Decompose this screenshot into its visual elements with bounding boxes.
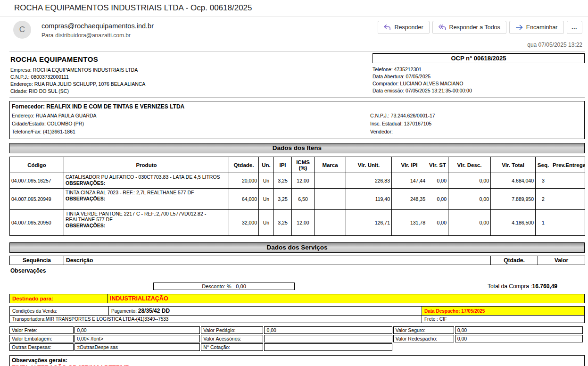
reply-label: Responder	[394, 24, 423, 31]
item-product-name: TINTA CINZA RAL 7023 - REF.: 2,7L REALTH…	[66, 190, 227, 195]
supplier-endereco: Endereço: RUA ANA PAULA GUARDA	[12, 112, 370, 120]
conditions-row-1: Condições da Venda: Pagamento: 28/35/42 …	[10, 307, 585, 316]
item-icms: 12,00	[292, 173, 315, 189]
item-codigo: 04.007.065.20950	[10, 210, 64, 236]
item-observacoes-label: OBSERVAÇÕES:	[66, 196, 227, 201]
item-vlr-unit: 119,40	[346, 189, 392, 210]
pagamento-label: Pagamento:	[111, 308, 138, 314]
recipient-address[interactable]: distribuidora@anazatti.com.br	[55, 32, 131, 39]
pagamento-value: 28/35/42 DD	[138, 308, 170, 314]
valor-seguro-value: 0,00	[455, 326, 583, 334]
ocp-number: OCP n° 00618/2025	[373, 53, 585, 63]
item-qtdade: 20,000	[229, 173, 259, 189]
supplier-cidade-estado: Cidade/Estado: COLOMBO (PR)	[12, 120, 370, 128]
item-codigo: 04.007.065.20949	[10, 189, 64, 210]
services-section-header: Dados dos Serviços	[9, 242, 585, 253]
company-info: ROCHA EQUIPAMENTOS Empresa: ROCHA EQUIPA…	[10, 53, 373, 95]
col-vlr-total: Vlr. Total	[491, 157, 536, 173]
col-serv-valor: Valor	[538, 256, 585, 265]
conditions-row-2: Transportadora:MIR TRANSPORTES E LOGISTI…	[10, 316, 585, 323]
valor-seguro-label: Valor Seguro:	[393, 326, 454, 334]
supplier-left-info: Endereço: RUA ANA PAULA GUARDA Cidade/Es…	[12, 112, 370, 136]
values-row-1: Valor Frete: 0,00 Valor Pedágio: 0,00 Va…	[9, 326, 583, 334]
message-actions: Responder Responder a Todos Encaminhar …	[378, 21, 584, 34]
email-timestamp: qua 07/05/2025 13:22	[0, 39, 588, 49]
col-icms: ICMS(%)	[292, 157, 315, 173]
services-table: Sequência Descrição Qtdade. Valor	[9, 256, 585, 265]
valor-frete-value: 0,00	[75, 326, 200, 334]
supplier-vendedor: Vendedor:	[370, 128, 582, 136]
order-comprador: Comprador: LUCIANO ALVES MACIANO	[373, 80, 585, 87]
item-vlr-desc: 0,00	[448, 210, 491, 236]
supplier-insc-estadual: Insc. Estadual: 1370167105	[370, 120, 582, 128]
company-cnpj: C.N.P.J.: 08003732000111	[10, 74, 373, 81]
item-vlr-ipi: 131,78	[392, 210, 427, 236]
company-endereco: Endereço: RUA RUA JULIO SCHLUPP, 1076 BE…	[10, 81, 373, 88]
supplier-title: Fornecedor: REALFIX IND E COM DE TINTAS …	[12, 103, 582, 110]
to-label: Para	[41, 32, 53, 39]
valor-frete-label: Valor Frete:	[9, 326, 74, 334]
item-prev-entrega	[551, 210, 585, 236]
valor-acessorios-value	[264, 335, 392, 342]
valor-pedagio-label: Valor Pedágio:	[201, 326, 263, 334]
item-marca	[315, 189, 346, 210]
reply-all-label: Responder a Todos	[449, 24, 500, 31]
item-un: Un	[259, 173, 274, 189]
data-despacho: Data Despacho: 17/05/2025	[422, 307, 585, 316]
valor-pedagio-value: 0,00	[264, 326, 392, 334]
destination-banner: Destinado para: INDUSTRIALIZAÇÃO	[9, 294, 585, 303]
supplier-telefone-fax: Telefone/Fax: (41)3661-1861	[12, 128, 370, 136]
item-vlr-st: 0,00	[427, 173, 448, 189]
avatar[interactable]: C	[13, 21, 31, 39]
col-vlr-st: Vlr. ST	[427, 157, 448, 173]
values-row-2: Valor Embalagem: 0,00< /font> Valor Aces…	[9, 335, 583, 342]
item-vlr-st: 0,00	[427, 189, 448, 210]
valor-embalagem-value: 0,00< /font>	[75, 335, 200, 342]
total-da-compra: Total da Compra :16.760,49	[488, 283, 557, 290]
order-data-emissao: Data emissão: 07/05/2025 13:21:35-00:00:…	[373, 87, 585, 94]
sender-address[interactable]: compras@rochaequipamentos.ind.br	[41, 21, 154, 30]
item-produto: TINTA CINZA RAL 7023 - REF.: 2,7L REALTH…	[64, 189, 229, 210]
destinado-para-value: INDUSTRIALIZAÇÃO	[108, 294, 585, 303]
table-row: 04.007.065.20950 TINTA VERDE PANTONE 221…	[10, 210, 585, 236]
empty-cell	[455, 343, 583, 351]
email-view: ROCHA EQUIPAMENTOS INDUSTRIAIS LTDA - Oc…	[0, 0, 588, 366]
col-vlr-desc: Vlr. Desc.	[448, 157, 491, 173]
item-vlr-ipi: 248,35	[392, 189, 427, 210]
email-header: C compras@rochaequipamentos.ind.br Parad…	[0, 17, 588, 39]
col-marca: Marca	[315, 157, 346, 173]
items-header-row: Código Produto Qtdade. Un. IPI ICMS(%) M…	[10, 157, 585, 173]
col-seq: Seq.	[536, 157, 551, 173]
col-produto: Produto	[64, 157, 229, 173]
outras-despesas-label: Outras Despesas:	[9, 343, 74, 351]
item-produto: CATALISADOR PU ALIFATICO - 030CT703.83 -…	[64, 173, 229, 189]
item-un: Un	[259, 189, 274, 210]
item-prev-entrega	[551, 173, 585, 189]
item-vlr-total: 7.889,950	[491, 189, 536, 210]
order-telefone: Telefone: 4735212301	[373, 66, 585, 73]
item-vlr-ipi: 147,44	[392, 173, 427, 189]
summary-row: Desconto: % - 0,00 Total da Compra :16.7…	[9, 283, 585, 290]
reply-all-button[interactable]: Responder a Todos	[432, 21, 506, 34]
reply-button[interactable]: Responder	[378, 21, 429, 34]
col-codigo: Código	[10, 157, 64, 173]
item-icms: 12,00	[292, 210, 315, 236]
observacoes-label: Observações	[9, 265, 585, 276]
values-row-3: Outras Despesas: :tOutrasDespe sas N° Co…	[9, 343, 583, 351]
company-name: ROCHA EQUIPAMENTOS	[10, 55, 373, 63]
sender-block: compras@rochaequipamentos.ind.br Paradis…	[41, 21, 154, 39]
more-actions-button[interactable]: …	[567, 21, 583, 34]
col-un: Un.	[259, 157, 274, 173]
item-product-name: TINTA VERDE PANTONE 2217 C - REF.:2,700 …	[66, 211, 227, 222]
item-seq: 1	[536, 210, 551, 236]
item-un: Un	[259, 210, 274, 236]
item-seq: 3	[536, 173, 551, 189]
valor-redespacho-value: 0,00	[455, 335, 583, 342]
col-serv-qtdade: Qtdade.	[491, 256, 538, 265]
forward-button[interactable]: Encaminhar	[509, 21, 564, 34]
total-value: 16.760,49	[532, 283, 557, 290]
item-vlr-unit: 126,71	[346, 210, 392, 236]
transportadora: Transportadora:MIR TRANSPORTES E LOGISTI…	[10, 316, 422, 323]
empty-cell	[393, 343, 454, 351]
cotacao-value	[264, 343, 392, 351]
